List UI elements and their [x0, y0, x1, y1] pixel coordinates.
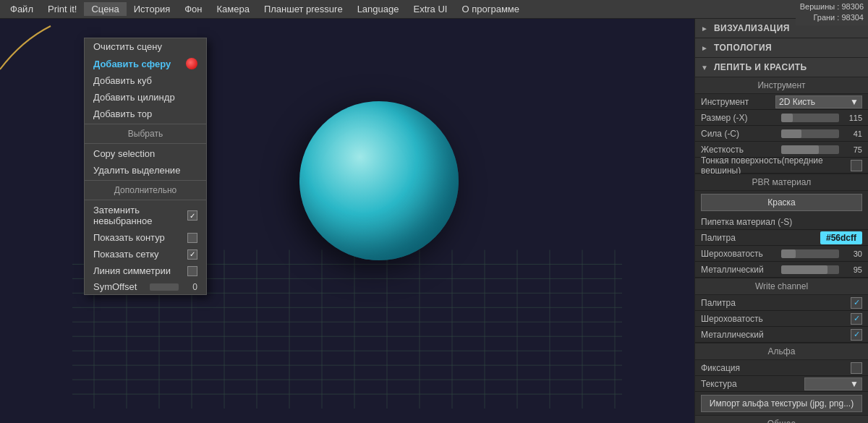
metallic-row: Металлический 95: [695, 262, 868, 278]
menu-camera[interactable]: Камера: [209, 2, 256, 16]
tool-label: Инструмент: [701, 97, 775, 107]
strength-row: Сила (-С) 41: [695, 126, 868, 142]
section-sculpt[interactable]: ▼ ЛЕПИТЬ И КРАСИТЬ: [695, 58, 868, 77]
size-control: 115: [781, 114, 862, 122]
separator-4: [85, 200, 206, 200]
faces-count: Грани : 98304: [800, 12, 864, 23]
cursor-indicator: [186, 58, 197, 69]
darken-checkbox[interactable]: [187, 210, 197, 221]
contour-checkbox[interactable]: [187, 233, 197, 243]
write-metallic-row: Металлический: [695, 327, 868, 343]
write-roughness-row: Шероховатость: [695, 311, 868, 327]
write-palette-checkbox[interactable]: [851, 297, 862, 309]
menu-tablet[interactable]: Планшет pressure: [257, 2, 350, 16]
roughness-row: Шероховатость 30: [695, 246, 868, 262]
tool-dropdown-value: 2D Кисть: [779, 97, 815, 107]
symmetry-checkbox[interactable]: [187, 266, 197, 276]
pbr-header: PBR материал: [695, 174, 868, 191]
menu-print[interactable]: Print it!: [41, 2, 84, 16]
metallic-control: 95: [781, 265, 862, 274]
menu-symoffset-row: SymOffset 0: [85, 279, 206, 294]
pipette-label: Пипетка материал (-S): [701, 217, 862, 227]
menu-show-contour[interactable]: Показать контур: [85, 229, 206, 246]
write-channel-header: Write channel: [695, 278, 868, 295]
tool-dropdown[interactable]: 2D Кисть ▼: [775, 95, 862, 108]
write-palette-row: Палитра: [695, 295, 868, 311]
menu-history[interactable]: История: [127, 2, 177, 16]
palette-color-swatch[interactable]: #56dcff: [820, 231, 862, 244]
topology-arrow: ►: [701, 44, 708, 52]
strength-label: Сила (-С): [701, 129, 781, 139]
hardness-label: Жесткость: [701, 145, 781, 155]
section-select: Выбрать: [85, 126, 206, 142]
section-topology[interactable]: ► ТОПОЛОГИЯ: [695, 38, 868, 58]
size-slider[interactable]: [781, 114, 839, 122]
section-extra: Дополнительно: [85, 182, 206, 198]
pipette-row: Пипетка материал (-S): [695, 214, 868, 230]
menu-add-torus[interactable]: Добавить тор: [85, 106, 206, 122]
roughness-label: Шероховатость: [701, 249, 781, 259]
menu-bar: Файл Print it! Сцена История Фон Камера …: [0, 0, 868, 19]
menu-scene[interactable]: Сцена: [84, 2, 126, 16]
grid-checkbox[interactable]: [187, 249, 197, 260]
menu-delete-selection[interactable]: Удалить выделение: [85, 162, 206, 179]
import-alpha-button[interactable]: Импорт альфа текстуры (jpg, png...): [701, 395, 862, 412]
palette-label: Палитра: [701, 233, 820, 243]
separator-3: [85, 180, 206, 181]
vertices-count: Вершины : 98306: [800, 1, 864, 12]
fixation-checkbox[interactable]: [851, 362, 862, 374]
top-info: Вершины : 98306 Грани : 98304: [796, 0, 868, 25]
menu-copy-selection[interactable]: Copy selection: [85, 145, 206, 162]
symoffset-slider[interactable]: [150, 283, 179, 291]
tool-row: Инструмент 2D Кисть ▼: [695, 94, 868, 110]
menu-add-cylinder[interactable]: Добавить цилиндр: [85, 89, 206, 106]
general-header: Общее: [695, 415, 868, 423]
roughness-value: 30: [842, 249, 862, 258]
thin-surface-label: Тонкая поверхность(передние вершины): [701, 155, 851, 176]
texture-row: Текстура ▼: [695, 376, 868, 392]
menu-add-sphere[interactable]: Добавить сферу: [85, 55, 206, 72]
menu-background[interactable]: Фон: [177, 2, 209, 16]
write-palette-label: Палитра: [701, 298, 851, 308]
hardness-control: 75: [781, 145, 862, 154]
visualization-arrow: ►: [701, 25, 708, 33]
strength-slider[interactable]: [781, 129, 839, 138]
size-label: Размер (-X): [701, 113, 781, 123]
write-roughness-checkbox[interactable]: [851, 313, 862, 325]
alpha-header: Альфа: [695, 343, 868, 360]
texture-label: Текстура: [701, 379, 804, 389]
menu-about[interactable]: О программе: [454, 2, 527, 16]
right-panel: ► ВИЗУАЛИЗАЦИЯ ► ТОПОЛОГИЯ ▼ ЛЕПИТЬ И КР…: [694, 19, 868, 423]
thin-surface-row: Тонкая поверхность(передние вершины): [695, 158, 868, 174]
symoffset-label: SymOffset: [93, 281, 145, 292]
menu-extraui[interactable]: Extra UI: [406, 2, 454, 16]
menu-language[interactable]: Language: [350, 2, 407, 16]
strength-value: 41: [842, 129, 862, 138]
3d-sphere: [299, 101, 459, 260]
topology-title: ТОПОЛОГИЯ: [714, 43, 772, 53]
metallic-slider[interactable]: [781, 265, 839, 274]
sculpt-title: ЛЕПИТЬ И КРАСИТЬ: [714, 62, 807, 72]
menu-add-cube[interactable]: Добавить куб: [85, 72, 206, 89]
paint-button[interactable]: Краска: [701, 194, 862, 211]
menu-symmetry-line[interactable]: Линия симметрии: [85, 262, 206, 279]
write-metallic-label: Металлический: [701, 330, 851, 340]
write-metallic-checkbox[interactable]: [851, 329, 862, 341]
visualization-title: ВИЗУАЛИЗАЦИЯ: [714, 23, 790, 33]
menu-file[interactable]: Файл: [3, 2, 41, 16]
sculpt-arrow: ▼: [701, 64, 708, 72]
palette-row: Палитра #56dcff: [695, 230, 868, 246]
metallic-value: 95: [842, 265, 862, 274]
menu-show-grid[interactable]: Показать сетку: [85, 246, 206, 262]
roughness-slider[interactable]: [781, 249, 839, 258]
fixation-label: Фиксация: [701, 363, 851, 373]
viewport[interactable]: Очистить сцену Добавить сферу Добавить к…: [0, 19, 694, 423]
strength-control: 41: [781, 129, 862, 138]
hardness-slider[interactable]: [781, 145, 839, 154]
texture-dropdown[interactable]: ▼: [804, 377, 862, 390]
scene-dropdown-menu: Очистить сцену Добавить сферу Добавить к…: [84, 38, 207, 295]
menu-darken-unselected[interactable]: Затемнить невыбранное: [85, 202, 206, 229]
menu-clear-scene[interactable]: Очистить сцену: [85, 38, 206, 55]
thin-surface-checkbox[interactable]: [851, 160, 862, 171]
separator-2: [85, 143, 206, 144]
